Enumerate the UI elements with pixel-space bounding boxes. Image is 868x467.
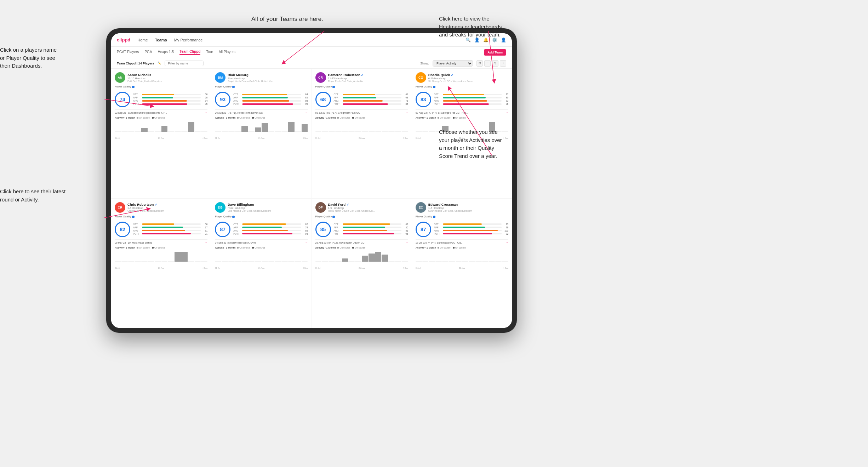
tab-hcaps[interactable]: Hcaps 1-5	[158, 50, 174, 55]
recent-round[interactable]: 07 Aug 23 | 77 (+7), St George's Hill GC…	[416, 109, 508, 114]
player-name[interactable]: Aaron Nicholls	[127, 73, 207, 77]
player-info: David Ford ✔ 1-5 Handicap Royal North De…	[328, 203, 408, 212]
player-name[interactable]: Blair McHarg	[228, 73, 308, 77]
filter-input[interactable]	[165, 61, 204, 66]
recent-round[interactable]: 04 Sep 23 | Mobility with coach, Gym →	[215, 239, 308, 244]
quality-circle[interactable]: 87	[416, 222, 431, 237]
tab-all-players[interactable]: All Players	[219, 50, 235, 55]
player-name[interactable]: Dave Billingham	[228, 203, 308, 206]
quality-circle[interactable]: 93	[215, 92, 230, 107]
player-club: St. George's Hill GC - Weybridge - Surre…	[428, 80, 508, 82]
filter-icon[interactable]: ▽	[492, 60, 498, 67]
quality-circle[interactable]: 85	[315, 222, 331, 237]
player-header: DB Dave Billingham Plus Handicap Sng Mag…	[215, 202, 308, 213]
tab-pgat-players[interactable]: PGAT Players	[117, 50, 139, 55]
stat-row-putt: PUTT 92	[434, 233, 508, 235]
stat-row-app: APP 80	[434, 96, 508, 99]
stat-row-app: APP 63	[334, 96, 408, 99]
quality-circle[interactable]: 87	[215, 222, 230, 237]
player-name[interactable]: Edward Crossman	[428, 203, 508, 206]
quality-stats: OTT 84 APP 85 ARG 88 PU	[233, 93, 308, 106]
stat-row-ott: OTT 73	[434, 223, 508, 226]
activity-legend: On course Off course	[438, 116, 466, 119]
stat-row-app: APP 77	[133, 226, 207, 229]
quality-label: Player Quality i	[215, 85, 308, 88]
activity-header: Activity · 1 Month On course Off course	[115, 246, 207, 249]
activity-legend: On course Off course	[137, 246, 165, 249]
activity-legend: On course Off course	[237, 116, 265, 119]
recent-round[interactable]: 26 Aug 23 | 84 (+12), Royal North Devon …	[315, 239, 408, 244]
activity-legend: On course Off course	[137, 116, 165, 119]
activity-header: Activity · 1 Month On course Off course	[215, 246, 308, 249]
quality-circle[interactable]: 83	[416, 92, 431, 107]
stat-row-ott: OTT 60	[133, 93, 207, 96]
player-name[interactable]: Charlie Quick ✔	[428, 73, 508, 77]
quality-label: Player Quality i	[416, 215, 508, 218]
player-card[interactable]: BM Blair McHarg Plus Handicap Royal Nort…	[211, 69, 311, 198]
player-card[interactable]: DF David Ford ✔ 1-5 Handicap Royal North…	[312, 199, 412, 328]
player-header: BM Blair McHarg Plus Handicap Royal Nort…	[215, 72, 308, 83]
quality-section: 74 OTT 60 APP 58 ARG	[115, 92, 207, 107]
nav-teams[interactable]: Teams	[155, 38, 167, 42]
player-name[interactable]: Chris Robertson ✔	[127, 203, 207, 206]
player-avatar: DB	[215, 202, 225, 213]
stat-row-arg: ARG 83	[434, 99, 508, 102]
player-club: Sng Maging Golf Club, United Kingdom	[228, 210, 308, 212]
tab-pga[interactable]: PGA	[144, 50, 152, 55]
quality-stats: OTT 60 APP 58 ARG 84 PU	[133, 93, 207, 106]
recent-round[interactable]: 18 Jul 23 | 74 (+4), Sunningdale GC - Ol…	[416, 239, 508, 244]
annotation-left-top: Click on a players nameor Player Quality…	[0, 46, 57, 70]
tab-team-clippd[interactable]: Team Clippd	[179, 50, 200, 55]
chart-labels: 31 Jul 21 Aug 4 Sep	[215, 267, 308, 269]
quality-stats: OTT 73 APP 79 ARG 103 P	[434, 223, 508, 236]
player-card[interactable]: DB Dave Billingham Plus Handicap Sng Mag…	[211, 199, 311, 328]
annotation-top-center: All of your Teams are here.	[251, 15, 323, 23]
nav-home[interactable]: Home	[137, 38, 148, 42]
stat-row-arg: ARG 88	[233, 99, 308, 102]
sort-icon[interactable]: ↕	[500, 60, 506, 67]
activity-legend: On course Off course	[438, 246, 466, 249]
edit-icon[interactable]: ✏️	[158, 62, 161, 65]
player-header: DF David Ford ✔ 1-5 Handicap Royal North…	[315, 202, 408, 213]
chart-labels: 31 Jul 21 Aug 4 Sep	[416, 267, 508, 269]
quality-label: Player Quality i	[416, 85, 508, 88]
activity-header: Activity · 1 Month On course Off course	[416, 246, 508, 249]
player-card[interactable]: CR Chris Robertson ✔ 1-5 Handicap Craigm…	[111, 199, 211, 328]
player-name[interactable]: Cameron Robertson ✔	[328, 73, 408, 77]
player-grid: AN Aaron Nicholls 11-15 Handicap Drift G…	[111, 69, 512, 328]
player-avatar: CR	[115, 202, 125, 213]
round-arrow-icon: →	[506, 241, 508, 244]
quality-circle[interactable]: 74	[115, 92, 130, 107]
mini-chart	[115, 120, 207, 136]
quality-circle[interactable]: 82	[115, 222, 130, 237]
player-card[interactable]: EC Edward Crossman 1-5 Handicap Sunningd…	[412, 199, 512, 328]
recent-round[interactable]: 05 Mar 23 | 19, Must make putting →	[115, 239, 207, 244]
player-handicap: 11-15 Handicap	[127, 77, 207, 80]
show-select[interactable]: Player Activity Quality Score Trend	[433, 60, 473, 67]
player-handicap: Plus Handicap	[228, 77, 308, 80]
recent-round[interactable]: 02 Sep 23 | Sunset round to get back int…	[115, 109, 207, 114]
quality-label: Player Quality i	[315, 215, 408, 218]
grid-view-icon[interactable]: ⊞	[476, 60, 483, 67]
quality-stats: OTT 61 APP 63 ARG 75 PU	[334, 93, 408, 106]
nav-my-performance[interactable]: My Performance	[174, 38, 203, 42]
add-team-button[interactable]: Add Team	[484, 49, 506, 56]
tab-tour[interactable]: Tour	[206, 50, 213, 55]
player-club: Sunningdale Golf Club, United Kingdom	[428, 210, 508, 212]
player-card[interactable]: CR Cameron Robertson ✔ 11-15 Handicap Ro…	[312, 69, 412, 198]
chart-labels: 31 Jul 21 Aug 4 Sep	[115, 137, 207, 139]
stat-row-app: APP 58	[133, 96, 207, 99]
stat-row-putt: PUTT 86	[434, 103, 508, 105]
quality-circle[interactable]: 68	[315, 92, 331, 107]
player-info: Charlie Quick ✔ 6-10 Handicap St. George…	[428, 73, 508, 82]
list-view-icon[interactable]: ☰	[484, 60, 491, 67]
stat-row-putt: PUTT 91	[133, 233, 207, 235]
player-name[interactable]: David Ford ✔	[328, 203, 408, 206]
player-avatar: AN	[115, 72, 125, 83]
player-card[interactable]: AN Aaron Nicholls 11-15 Handicap Drift G…	[111, 69, 211, 198]
recent-round[interactable]: 02 Jul 23 | 59 (+17), Craigmillar Park G…	[315, 109, 408, 114]
stat-row-putt: PUTT 94	[233, 233, 308, 235]
mini-chart	[416, 250, 508, 266]
player-info: Aaron Nicholls 11-15 Handicap Drift Golf…	[127, 73, 207, 82]
recent-round[interactable]: 26 Aug 23 | 73 (+1), Royal North Devon G…	[215, 109, 308, 114]
